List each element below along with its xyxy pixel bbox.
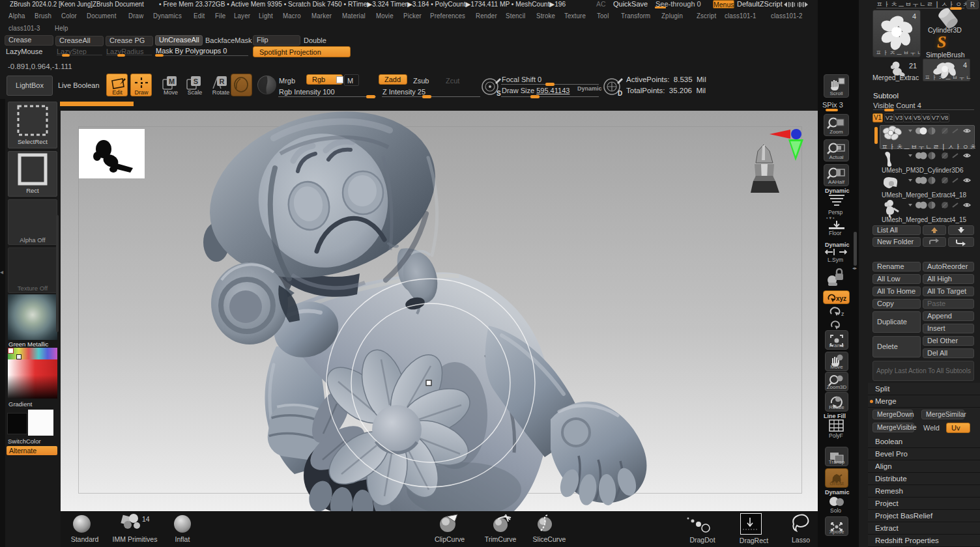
svg-text:D: D <box>618 90 622 97</box>
svg-text:ㅍㅏㅊㅡㅂㅜㄴ: ㅍㅏㅊㅡㅂㅜㄴ <box>876 49 920 56</box>
svg-text:4: 4 <box>912 12 916 20</box>
svg-text:z: z <box>841 311 844 317</box>
svg-text:xyz: xyz <box>836 295 846 302</box>
svg-text:Move: Move <box>164 89 178 96</box>
svg-text:R: R <box>220 77 225 85</box>
svg-text:Scale: Scale <box>188 89 203 96</box>
svg-text:M: M <box>169 77 175 85</box>
svg-text:Rect: Rect <box>26 187 39 194</box>
svg-text:Rotate: Rotate <box>212 89 230 96</box>
svg-text:SelectRect: SelectRect <box>18 138 48 145</box>
svg-text:4: 4 <box>963 61 967 69</box>
svg-text:S: S <box>194 77 198 85</box>
svg-text:Draw: Draw <box>134 89 149 96</box>
svg-text:S: S <box>497 90 501 97</box>
svg-text:Edit: Edit <box>112 89 122 96</box>
